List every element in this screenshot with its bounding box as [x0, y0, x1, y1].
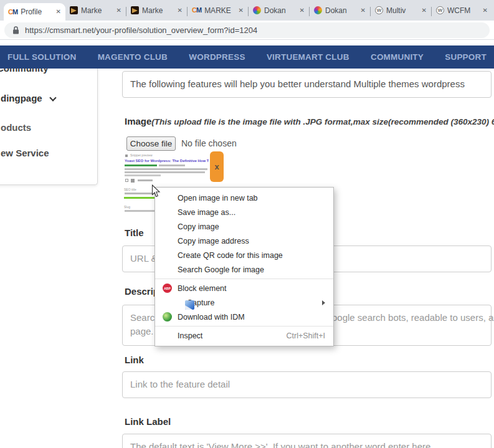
snippet-toolbar-bar — [138, 179, 153, 181]
address-bar[interactable]: https://cmsmart.net/your-profile/solutio… — [4, 22, 490, 38]
nav-magento-club[interactable]: MAGENTO CLUB — [98, 52, 168, 62]
tab-dokan-2[interactable]: Dokan ✕ — [310, 0, 370, 21]
wordpress-icon: W — [375, 6, 383, 14]
link-label-input-placeholder: The default text is 'View More >>'. If y… — [130, 441, 430, 448]
snippet-preview-label: Snippet preview — [130, 153, 153, 157]
snippet-desc-line — [125, 168, 207, 170]
tab-marketplace-1[interactable]: Marke ✕ — [65, 0, 126, 21]
tab-dokan-1[interactable]: Dokan ✕ — [249, 0, 309, 21]
close-icon[interactable]: ✕ — [300, 7, 305, 14]
menu-item-search-google-image[interactable]: Search Google for image — [155, 262, 333, 277]
capture-icon — [185, 300, 194, 310]
close-icon[interactable]: ✕ — [116, 7, 121, 14]
image-upload-note: (This upload file is the image file with… — [151, 117, 494, 126]
url-text[interactable]: https://cmsmart.net/your-profile/solutio… — [25, 26, 257, 35]
title-input-value: URL & — [130, 253, 158, 264]
nav-virtuemart-club[interactable]: VIRTUEMART CLUB — [267, 52, 349, 62]
snippet-desc-line — [125, 174, 161, 176]
sidebar: Community dingpage oducts ew Service — [0, 50, 98, 185]
address-bar-row: https://cmsmart.net/your-profile/solutio… — [0, 21, 494, 40]
description-line1-left: Searc — [130, 312, 154, 323]
context-menu: Open image in new tab Save image as... C… — [154, 187, 334, 346]
link-label-input[interactable]: The default text is 'View More >>'. If y… — [122, 434, 492, 448]
close-icon[interactable]: ✕ — [239, 7, 244, 14]
menu-separator — [155, 326, 333, 326]
lock-icon — [12, 26, 19, 34]
sidebar-item-new-service[interactable]: ew Service — [1, 148, 49, 158]
tab-marketplace-2[interactable]: Marke ✕ — [126, 0, 187, 21]
snippet-toolbar-icon — [131, 179, 135, 183]
snippet-url-bar2 — [159, 164, 185, 166]
tab-multivendor[interactable]: W Multiv ✕ — [371, 0, 431, 21]
menu-item-inspect[interactable]: Inspect Ctrl+Shift+I — [155, 328, 333, 343]
chevron-down-icon — [49, 94, 56, 101]
overview-input[interactable]: The following features will help you bet… — [122, 71, 492, 98]
inspect-shortcut: Ctrl+Shift+I — [286, 331, 325, 340]
idm-icon — [163, 312, 172, 322]
link-field-label: Link — [125, 355, 144, 365]
overview-input-value: The following features will help you bet… — [130, 79, 465, 89]
dokan-icon — [253, 6, 261, 14]
close-icon[interactable]: ✕ — [483, 7, 488, 14]
site-navbar: FULL SOLUTION MAGENTO CLUB WORDPRESS VIR… — [0, 45, 494, 69]
menu-separator — [155, 279, 333, 279]
cmsmart-icon: CM — [8, 9, 17, 16]
wordpress-icon: W — [436, 6, 444, 14]
snippet-seo-title-label: SEO title — [124, 188, 136, 191]
tab-title: Marke — [142, 6, 174, 15]
description-line2: page. — [130, 326, 154, 336]
tab-title: Marke — [81, 6, 113, 15]
title-field-label: Title — [125, 227, 144, 238]
menu-item-open-image-new-tab[interactable]: Open image in new tab — [155, 191, 333, 205]
snippet-desc-line — [125, 171, 205, 173]
nav-support[interactable]: SUPPORT — [445, 52, 487, 62]
menu-item-create-qr-code[interactable]: Create QR code for this image — [155, 248, 333, 262]
snippet-preview-icon — [125, 155, 128, 157]
snippet-url-bar — [125, 164, 157, 166]
snippet-title: Yoast SEO for Wordpress: The Definitive … — [125, 159, 209, 163]
snippet-slug-label: Slug — [124, 205, 130, 209]
menu-item-block-element[interactable]: ABP Block element — [155, 281, 333, 295]
nav-full-solution[interactable]: FULL SOLUTION — [7, 52, 76, 62]
tab-title: WCFM — [447, 6, 480, 15]
close-icon[interactable]: ✕ — [56, 9, 61, 15]
browser-window: CM Profile ✕ Marke ✕ Marke ✕ CM MARKE ✕ … — [0, 0, 494, 448]
snippet-slug-bar — [125, 210, 159, 212]
tab-title: Profile — [21, 7, 52, 16]
description-line1-right: oogle search bots, readable to users, an… — [332, 312, 494, 323]
mouse-cursor-icon — [151, 184, 161, 198]
marketplace-icon — [70, 6, 78, 14]
menu-item-copy-image[interactable]: Copy image — [155, 219, 333, 234]
nav-wordpress[interactable]: WORDPRESS — [189, 52, 245, 62]
menu-item-copy-image-address[interactable]: Copy image address — [155, 234, 333, 248]
menu-item-save-image-as[interactable]: Save image as... — [155, 205, 333, 219]
tab-title: Multiv — [386, 6, 419, 15]
adblock-icon: ABP — [163, 284, 172, 293]
menu-item-download-idm[interactable]: Download with IDM — [155, 310, 333, 324]
image-field-label: Image(This upload file is the image file… — [125, 116, 494, 126]
tab-title: Dokan — [325, 6, 358, 15]
sidebar-item-landingpage[interactable]: dingpage — [1, 93, 55, 103]
tab-title: MARKE — [204, 6, 235, 15]
tab-marke[interactable]: CM MARKE ✕ — [188, 0, 248, 21]
no-file-chosen-text: No file chosen — [181, 138, 237, 148]
snippet-toolbar-icon — [125, 179, 128, 182]
tab-title: Dokan — [264, 6, 297, 15]
remove-image-button[interactable]: x — [210, 151, 224, 182]
marketplace-icon — [131, 6, 139, 14]
tab-profile[interactable]: CM Profile ✕ — [4, 3, 65, 21]
tab-strip: CM Profile ✕ Marke ✕ Marke ✕ CM MARKE ✕ … — [0, 0, 494, 21]
choose-file-button[interactable]: Choose file — [126, 136, 176, 151]
link-label-field-label: Link Label — [125, 416, 171, 427]
close-icon[interactable]: ✕ — [422, 7, 427, 14]
nav-community[interactable]: COMMUNITY — [371, 52, 424, 62]
close-icon[interactable]: ✕ — [361, 7, 366, 14]
link-input-placeholder: Link to the feature detail — [130, 379, 230, 389]
menu-item-capture[interactable]: Capture — [155, 295, 333, 310]
cmsmart-icon: CM — [192, 7, 201, 14]
close-icon[interactable]: ✕ — [178, 7, 183, 14]
sidebar-item-products[interactable]: oducts — [1, 122, 31, 133]
dokan-icon — [314, 6, 322, 14]
link-input[interactable]: Link to the feature detail — [122, 371, 492, 398]
tab-wcfm[interactable]: W WCFM ✕ — [432, 0, 492, 21]
